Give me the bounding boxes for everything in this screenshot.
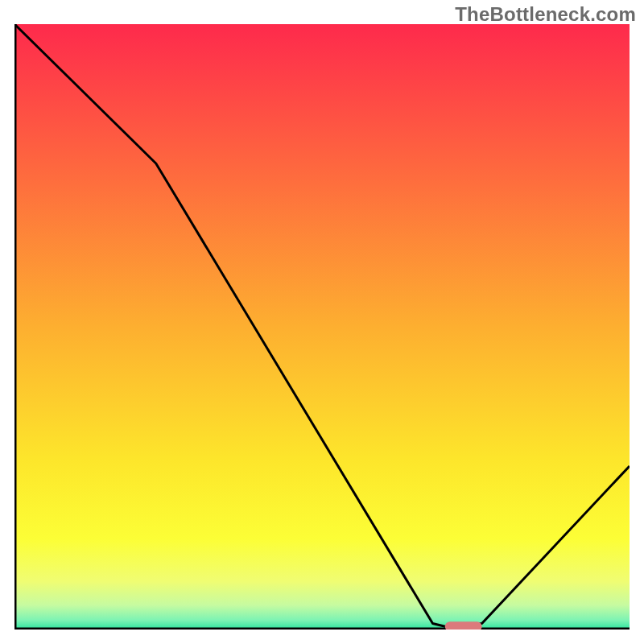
watermark-text: TheBottleneck.com xyxy=(455,3,636,26)
chart-container: TheBottleneck.com xyxy=(0,0,644,644)
optimal-marker xyxy=(445,621,482,630)
bottleneck-chart xyxy=(14,24,630,630)
chart-svg xyxy=(14,24,630,630)
